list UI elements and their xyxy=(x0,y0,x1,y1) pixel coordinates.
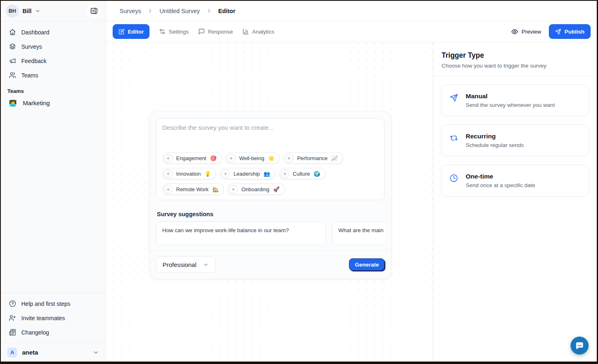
tab-label: Settings xyxy=(169,29,189,35)
panel-collapse-icon xyxy=(90,7,98,15)
option-desc: Send once at a specific date xyxy=(466,182,535,188)
trigger-options: Manual Send the survey whenever you want… xyxy=(433,76,597,213)
topic-chip-culture[interactable]: Culture 🌍 xyxy=(279,168,326,179)
workspace-header: BH Bill xyxy=(1,1,106,21)
sidebar-item-invite[interactable]: Invite teammates xyxy=(7,313,99,323)
breadcrumb-surveys[interactable]: Surveys xyxy=(120,8,141,14)
rocket-emoji-icon: 🚀 xyxy=(273,187,279,192)
workspace-avatar[interactable]: BH xyxy=(6,5,19,18)
tone-select[interactable]: Professional xyxy=(156,256,215,273)
panel-title: Trigger Type xyxy=(442,51,589,60)
chip-label: Well-being xyxy=(239,155,264,161)
main-area: Surveys Untitled Survey Editor Editor xyxy=(106,1,597,362)
editor-canvas[interactable]: Engagement 🎯 Well-being 🌟 xyxy=(106,42,433,362)
teams-section-label: Teams xyxy=(7,88,99,94)
topic-chip-onboarding[interactable]: Onboarding 🚀 xyxy=(227,183,285,195)
layers-icon xyxy=(9,43,16,50)
sidebar-item-teams[interactable]: Teams xyxy=(7,70,99,80)
sidebar-spacer xyxy=(1,108,106,293)
user-name: aneta xyxy=(22,349,38,356)
option-desc: Schedule regular sends xyxy=(466,142,524,148)
topic-chip-innovation[interactable]: Innovation 💡 xyxy=(162,168,216,179)
sidebar-item-dashboard[interactable]: Dashboard xyxy=(7,27,99,37)
sidebar-collapse-button[interactable] xyxy=(87,4,101,18)
chevron-down-icon[interactable] xyxy=(35,8,41,14)
sidebar-item-help[interactable]: Help and first steps xyxy=(7,298,99,309)
chevron-down-icon xyxy=(93,349,99,356)
chart-increasing-emoji-icon: 📈 xyxy=(331,156,338,161)
chat-bubble-smile-icon xyxy=(574,340,585,351)
topic-chip-well-being[interactable]: Well-being 🌟 xyxy=(225,152,280,164)
survey-composer-card: Engagement 🎯 Well-being 🌟 xyxy=(149,111,392,279)
publish-label: Publish xyxy=(564,29,584,35)
topic-chip-engagement[interactable]: Engagement 🎯 xyxy=(162,152,222,164)
trigger-option-one-time[interactable]: One-time Send once at a specific date xyxy=(441,165,589,197)
editor-toolbar: Editor Settings Response Analytics xyxy=(106,21,597,42)
trigger-option-text: Recurring Schedule regular sends xyxy=(466,133,524,148)
sidebar-item-surveys[interactable]: Surveys xyxy=(7,41,99,52)
send-icon xyxy=(555,29,561,35)
trigger-option-manual[interactable]: Manual Send the survey whenever you want xyxy=(441,84,589,116)
panel-subtitle: Choose how you want to trigger the surve… xyxy=(442,63,589,69)
tab-response[interactable]: Response xyxy=(198,28,233,35)
busts-emoji-icon: 👥 xyxy=(264,171,270,176)
topic-chips: Engagement 🎯 Well-being 🌟 xyxy=(162,152,378,195)
chevron-down-icon xyxy=(203,262,209,268)
sidebar-footer: Help and first steps Invite teammates Ch… xyxy=(1,293,106,343)
tone-value: Professional xyxy=(163,261,197,268)
send-icon xyxy=(450,94,458,102)
suggestion-card[interactable]: How can we improve work-life balance in … xyxy=(156,222,326,245)
message-square-icon xyxy=(198,28,205,35)
star-emoji-icon: 🌟 xyxy=(268,156,274,161)
eye-icon xyxy=(511,28,518,35)
plus-icon xyxy=(229,185,238,194)
chevron-right-icon xyxy=(147,8,153,14)
user-menu[interactable]: A aneta xyxy=(1,343,106,362)
newspaper-icon xyxy=(9,329,16,336)
app-window: BH Bill Dashboard Surv xyxy=(1,1,597,362)
plus-icon xyxy=(221,170,230,178)
preview-button[interactable]: Preview xyxy=(511,28,541,35)
chip-label: Performance xyxy=(297,155,327,161)
chevron-right-icon xyxy=(206,8,212,14)
survey-description-input[interactable] xyxy=(162,124,378,152)
trigger-option-recurring[interactable]: Recurring Schedule regular sends xyxy=(441,124,589,156)
topic-chip-remote-work[interactable]: Remote Work 🏡 xyxy=(162,183,224,195)
sidebar-item-label: Help and first steps xyxy=(21,301,70,307)
sidebar-item-team-marketing[interactable]: 🧑‍💻 Marketing xyxy=(1,98,106,108)
square-pen-icon xyxy=(118,29,125,35)
suggestion-card[interactable]: What are the main ob xyxy=(332,222,385,245)
tab-analytics[interactable]: Analytics xyxy=(242,28,274,35)
trigger-panel-header: Trigger Type Choose how you want to trig… xyxy=(433,42,597,76)
preview-label: Preview xyxy=(521,29,541,35)
technologist-emoji-icon: 🧑‍💻 xyxy=(9,100,17,106)
tab-editor[interactable]: Editor xyxy=(113,24,150,39)
plus-icon xyxy=(164,154,172,163)
globe-emoji-icon: 🌍 xyxy=(314,171,320,176)
chip-label: Onboarding xyxy=(241,186,269,192)
sidebar-item-label: Changelog xyxy=(21,329,49,336)
sidebar-item-feedback[interactable]: Feedback xyxy=(7,56,99,66)
sidebar-item-changelog[interactable]: Changelog xyxy=(7,327,99,337)
toolbar-actions: Preview Publish xyxy=(511,24,591,39)
tab-settings[interactable]: Settings xyxy=(159,28,189,35)
tab-label: Editor xyxy=(128,29,144,35)
publish-button[interactable]: Publish xyxy=(549,24,591,39)
light-bulb-emoji-icon: 💡 xyxy=(204,171,211,176)
plus-icon xyxy=(285,154,293,163)
repeat-icon xyxy=(450,134,458,142)
topic-chip-leadership[interactable]: Leadership 👥 xyxy=(220,168,276,179)
sliders-icon xyxy=(159,28,165,35)
team-label: Marketing xyxy=(23,99,50,106)
trigger-option-text: One-time Send once at a specific date xyxy=(466,173,535,188)
breadcrumb-untitled-survey[interactable]: Untitled Survey xyxy=(159,8,199,14)
clock-icon xyxy=(450,174,458,182)
sidebar-item-label: Invite teammates xyxy=(21,315,65,321)
chip-label: Engagement xyxy=(176,155,206,161)
trigger-type-panel: Trigger Type Choose how you want to trig… xyxy=(433,42,597,362)
trigger-option-text: Manual Send the survey whenever you want xyxy=(466,93,555,108)
chat-launcher-button[interactable] xyxy=(571,337,589,355)
topic-chip-performance[interactable]: Performance 📈 xyxy=(283,152,343,164)
workspace-name[interactable]: Bill xyxy=(23,8,32,14)
generate-button[interactable]: Generate xyxy=(349,258,385,271)
